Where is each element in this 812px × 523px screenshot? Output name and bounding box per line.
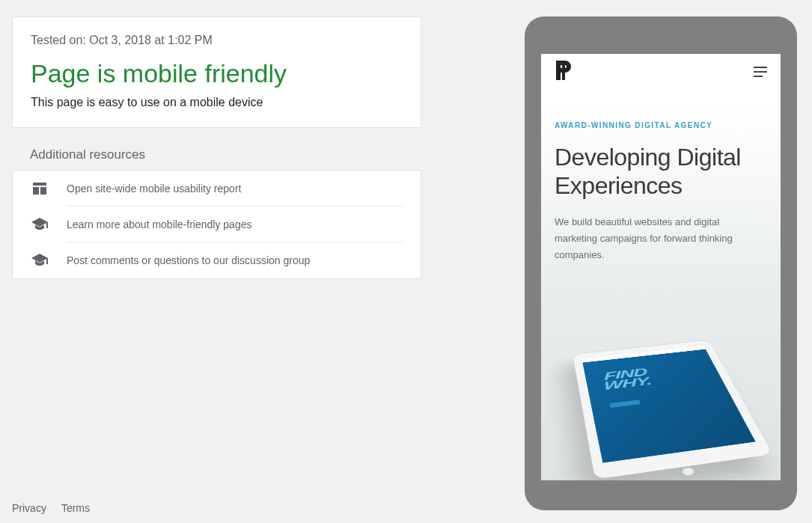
resource-label: Learn more about mobile-friendly pages bbox=[67, 207, 403, 242]
resource-post-comments[interactable]: Post comments or questions to our discus… bbox=[13, 242, 421, 278]
mobile-preview-screen: AWARD-WINNING DIGITAL AGENCY Developing … bbox=[541, 54, 781, 480]
tablet-screen: FINDWHY. bbox=[581, 346, 755, 462]
tablet-cta-button bbox=[609, 400, 641, 408]
footer: Privacy Terms bbox=[12, 502, 90, 514]
preview-eyebrow: AWARD-WINNING DIGITAL AGENCY bbox=[555, 121, 767, 129]
tested-on-label: Tested on: Oct 3, 2018 at 1:02 PM bbox=[31, 34, 403, 47]
preview-site-header bbox=[541, 54, 781, 90]
mobile-preview-frame: AWARD-WINNING DIGITAL AGENCY Developing … bbox=[525, 16, 797, 510]
terms-link[interactable]: Terms bbox=[61, 502, 90, 514]
privacy-link[interactable]: Privacy bbox=[12, 502, 46, 514]
scholar-icon bbox=[31, 251, 49, 269]
site-logo-icon bbox=[555, 59, 574, 85]
resources-card: Open site-wide mobile usability report L… bbox=[12, 170, 421, 279]
tablet-mockup: FINDWHY. bbox=[573, 340, 772, 480]
resource-usability-report[interactable]: Open site-wide mobile usability report bbox=[13, 171, 421, 207]
result-subtext: This page is easy to use on a mobile dev… bbox=[31, 96, 403, 109]
resource-label: Post comments or questions to our discus… bbox=[67, 242, 403, 278]
result-headline: Page is mobile friendly bbox=[31, 59, 403, 88]
preview-title: Developing Digital Experiences bbox=[555, 143, 767, 201]
resource-label: Open site-wide mobile usability report bbox=[67, 171, 403, 207]
hamburger-menu-icon bbox=[754, 67, 767, 77]
tablet-headline: FINDWHY. bbox=[604, 367, 652, 391]
resource-learn-more[interactable]: Learn more about mobile-friendly pages bbox=[13, 207, 421, 242]
svg-rect-0 bbox=[562, 61, 565, 80]
result-card: Tested on: Oct 3, 2018 at 1:02 PM Page i… bbox=[12, 16, 421, 128]
web-layout-icon bbox=[31, 180, 49, 198]
preview-description: We build beautiful websites and digital … bbox=[555, 214, 749, 263]
tablet-home-button-icon bbox=[680, 467, 695, 477]
scholar-icon bbox=[31, 215, 49, 233]
resources-section-label: Additional resources bbox=[30, 147, 442, 162]
